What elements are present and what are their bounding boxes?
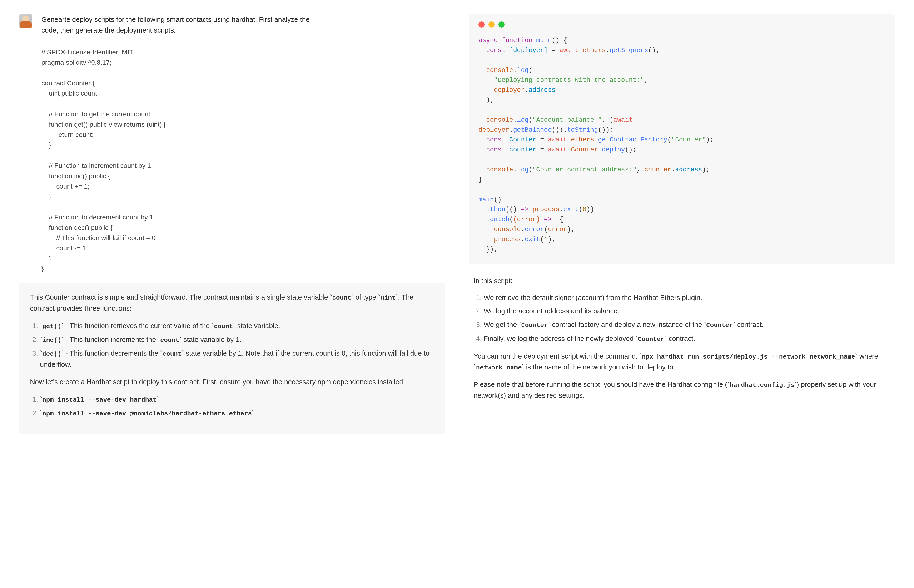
tok: exit <box>525 236 540 243</box>
code-line: function dec() public { <box>41 224 113 231</box>
tok: . <box>594 136 598 144</box>
tok: . <box>513 116 517 124</box>
code-line: uint public count; <box>41 90 99 97</box>
tok: => <box>540 216 556 223</box>
maximize-dot-icon[interactable] <box>498 21 505 27</box>
tok: "Counter" <box>671 136 706 144</box>
user-avatar <box>19 14 32 27</box>
tok: } <box>478 176 482 183</box>
close-dot-icon[interactable] <box>478 21 485 27</box>
explain-list: We retrieve the default signer (account)… <box>474 292 890 344</box>
tok: "Deploying contracts with the account:" <box>494 77 644 84</box>
text: contract. <box>667 335 695 342</box>
code-line: } <box>41 141 51 149</box>
tok: ethers <box>582 47 606 54</box>
text: - This function retrieves the current va… <box>63 322 212 330</box>
tok: exit <box>563 206 579 213</box>
list-item: We log the account address and its balan… <box>484 306 890 317</box>
tok: , <box>602 116 606 124</box>
tok: Counter <box>571 146 598 153</box>
intro-paragraph: This Counter contract is simple and stra… <box>30 292 434 313</box>
tok: catch <box>490 216 509 223</box>
code-line: // This function will fail if count = 0 <box>41 234 156 242</box>
user-prompt-line2: code, then generate the deployment scrip… <box>41 26 176 34</box>
inline-code: npx hardhat run scripts/deploy.js --netw… <box>642 353 855 360</box>
deploy-script: async function main() { const [deployer]… <box>478 36 885 255</box>
list-item: `npm install --save-dev @nomiclabs/hardh… <box>40 408 434 419</box>
list-item: `get()` - This function retrieves the cu… <box>40 320 434 331</box>
tok: . <box>521 226 525 233</box>
tok: "Account balance:" <box>532 116 602 124</box>
tok: await <box>548 146 571 153</box>
code-line: function inc() public { <box>41 172 110 180</box>
tok: , <box>637 166 640 173</box>
tok: , <box>644 77 648 84</box>
inline-code: count <box>162 351 182 358</box>
tok: console <box>486 166 513 173</box>
text: state variable by 1. <box>182 336 241 343</box>
inline-code: npm install --save-dev @nomiclabs/hardha… <box>42 410 252 417</box>
tok: (error) <box>513 216 540 223</box>
text: We get the <box>484 321 519 328</box>
inline-code: Counter <box>706 322 733 329</box>
list-item: `inc()` - This function increments the `… <box>40 334 434 345</box>
code-line: contract Counter { <box>41 79 95 87</box>
left-column: Genearte deploy scripts for the followin… <box>0 0 457 588</box>
explain-heading: In this script: <box>474 276 890 286</box>
inline-code: count <box>160 337 179 344</box>
tok: . <box>513 166 517 173</box>
tok: main <box>478 196 494 203</box>
code-line: } <box>41 255 51 262</box>
tok: await <box>613 116 637 124</box>
tok: () { <box>552 37 567 44</box>
inline-code: network_name <box>476 364 522 372</box>
tok: ) <box>559 126 563 134</box>
inline-code: count <box>214 323 233 330</box>
tok: deploy <box>602 146 625 153</box>
tok: . <box>598 146 602 153</box>
text: - This function increments the <box>63 336 158 343</box>
inline-code: count <box>332 294 351 302</box>
text: You can run the deployment script with t… <box>474 352 640 360</box>
text: contract factory and deploy a new instan… <box>550 321 704 328</box>
tok: getSigners <box>609 47 648 54</box>
tok: 1 <box>544 236 548 243</box>
tok: ( <box>528 166 532 173</box>
right-column: async function main() { const [deployer]… <box>457 0 914 588</box>
tok: ) <box>486 97 490 104</box>
code-line: // Function to decrement count by 1 <box>41 213 153 221</box>
now-paragraph: Now let's create a Hardhat script to dep… <box>30 376 434 387</box>
tok: [deployer] <box>509 47 548 54</box>
tok: error <box>525 226 544 233</box>
tok: 0 <box>582 206 586 213</box>
tok: ( <box>528 67 532 74</box>
list-item: We retrieve the default signer (account)… <box>484 292 890 303</box>
code-window: async function main() { const [deployer]… <box>469 14 895 264</box>
inline-code: npm install --save-dev hardhat <box>42 396 157 404</box>
inline-code: hardhat.config.js <box>729 381 794 389</box>
minimize-dot-icon[interactable] <box>488 21 494 27</box>
text: Finally, we log the address of the newly… <box>484 335 635 342</box>
code-line: function get() public view returns (uint… <box>41 121 166 128</box>
npm-list: `npm install --save-dev hardhat` `npm in… <box>30 394 434 419</box>
tok: console <box>486 67 513 74</box>
text: This Counter contract is simple and stra… <box>30 293 302 301</box>
text: where <box>857 352 878 360</box>
tok: const <box>486 47 509 54</box>
run-paragraph: You can run the deployment script with t… <box>474 351 890 373</box>
text: of type <box>353 293 378 301</box>
list-item: `dec()` - This function decrements the `… <box>40 348 434 370</box>
user-message: Genearte deploy scripts for the followin… <box>19 14 445 36</box>
note-paragraph: Please note that before running the scri… <box>474 379 890 401</box>
tok: Counter <box>509 136 536 144</box>
assistant-response-left: This Counter contract is simple and stra… <box>19 283 445 434</box>
code-line: } <box>41 265 44 273</box>
window-controls <box>478 21 885 27</box>
tok: console <box>486 116 513 124</box>
tok: deployer <box>494 87 525 94</box>
list-item: We get the `Counter` contract factory an… <box>484 319 890 330</box>
tok: => <box>517 206 532 213</box>
tok: address <box>528 87 556 94</box>
tok: deployer <box>478 126 509 134</box>
tok: = <box>536 146 548 153</box>
